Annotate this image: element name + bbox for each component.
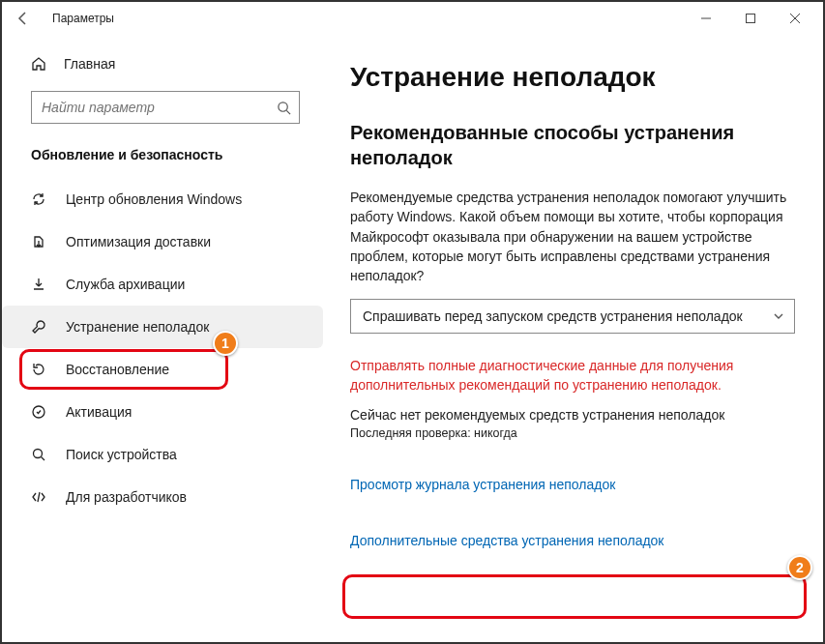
additional-troubleshooters-link[interactable]: Дополнительные средства устранения непол… xyxy=(350,525,800,556)
sidebar-item-developers[interactable]: Для разработчиков xyxy=(2,476,323,518)
code-icon xyxy=(31,489,48,505)
sync-icon xyxy=(31,191,48,207)
window-controls xyxy=(684,3,817,34)
wrench-icon xyxy=(31,319,48,335)
backup-icon xyxy=(31,277,48,292)
sidebar-item-label: Поиск устройства xyxy=(66,447,177,462)
sidebar: Главная Обновление и безопасность Центр … xyxy=(2,35,323,642)
sidebar-item-label: Устранение неполадок xyxy=(66,319,209,335)
svg-line-8 xyxy=(42,457,45,461)
sidebar-item-delivery-optimization[interactable]: Оптимизация доставки xyxy=(2,220,323,263)
svg-line-5 xyxy=(286,110,290,114)
close-button[interactable] xyxy=(773,3,817,34)
sidebar-item-label: Восстановление xyxy=(66,362,169,377)
chevron-down-icon xyxy=(773,310,784,322)
svg-rect-1 xyxy=(747,15,755,23)
nav-list: Центр обновления Windows Оптимизация дос… xyxy=(2,178,323,518)
section-description: Рекомендуемые средства устранения непола… xyxy=(350,188,800,285)
svg-point-7 xyxy=(34,450,43,458)
titlebar: Параметры xyxy=(2,2,823,35)
back-button[interactable] xyxy=(12,7,35,30)
sidebar-item-find-device[interactable]: Поиск устройства xyxy=(2,433,323,476)
window-title: Параметры xyxy=(52,12,114,25)
diagnostic-warning: Отправлять полные диагностические данные… xyxy=(350,357,800,395)
svg-point-4 xyxy=(279,102,287,110)
key-icon xyxy=(31,404,48,420)
sidebar-item-activation[interactable]: Активация xyxy=(2,391,323,433)
section-title: Рекомендованные способы устранения непол… xyxy=(350,120,800,170)
last-check-text: Последняя проверка: никогда xyxy=(350,426,800,440)
recovery-icon xyxy=(31,362,48,377)
sidebar-item-recovery[interactable]: Восстановление xyxy=(2,348,323,391)
page-title: Устранение неполадок xyxy=(350,62,800,93)
search-field[interactable] xyxy=(42,100,277,115)
help-level-dropdown[interactable]: Спрашивать перед запуском средств устран… xyxy=(350,299,795,334)
delivery-icon xyxy=(31,234,48,249)
maximize-button[interactable] xyxy=(728,3,773,34)
minimize-button[interactable] xyxy=(684,3,728,34)
sidebar-item-label: Для разработчиков xyxy=(66,489,187,505)
home-icon xyxy=(31,56,48,72)
home-label: Главная xyxy=(64,56,115,72)
sidebar-item-label: Служба архивации xyxy=(66,277,185,292)
sidebar-item-backup[interactable]: Служба архивации xyxy=(2,263,323,306)
home-button[interactable]: Главная xyxy=(2,44,323,83)
search-input[interactable] xyxy=(31,91,300,124)
view-history-link[interactable]: Просмотр журнала устранения неполадок xyxy=(350,469,800,500)
sidebar-item-windows-update[interactable]: Центр обновления Windows xyxy=(2,178,323,220)
sidebar-item-label: Оптимизация доставки xyxy=(66,234,211,249)
sidebar-item-label: Центр обновления Windows xyxy=(66,191,242,207)
find-icon xyxy=(31,447,48,462)
search-icon xyxy=(277,101,291,115)
sidebar-item-troubleshoot[interactable]: Устранение неполадок xyxy=(2,306,323,348)
main-content: Устранение неполадок Рекомендованные спо… xyxy=(323,35,823,642)
dropdown-value: Спрашивать перед запуском средств устран… xyxy=(363,308,743,324)
sidebar-item-label: Активация xyxy=(66,404,132,420)
section-heading: Обновление и безопасность xyxy=(2,124,323,172)
no-recommended-text: Сейчас нет рекомендуемых средств устране… xyxy=(350,407,800,423)
